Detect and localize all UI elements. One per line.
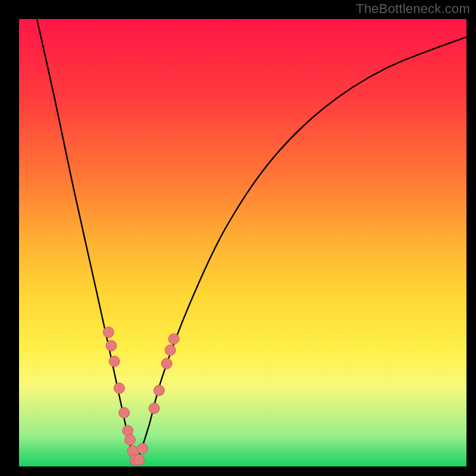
highlight-dot (134, 455, 145, 465)
bottleneck-curve-path (37, 19, 466, 462)
highlight-dot (106, 340, 117, 351)
plot-area (19, 19, 466, 466)
chart-frame: TheBottleneck.com (0, 0, 476, 476)
highlight-dot (168, 334, 179, 345)
highlight-dots-group (103, 327, 179, 465)
highlight-dot (124, 434, 135, 445)
curve-layer (19, 19, 466, 466)
highlight-dot (161, 358, 172, 369)
highlight-dot (119, 408, 130, 418)
highlight-dot (149, 403, 159, 414)
highlight-dot (137, 443, 148, 454)
highlight-dot (165, 345, 176, 355)
highlight-dot (103, 327, 114, 337)
watermark-text: TheBottleneck.com (356, 1, 470, 17)
highlight-dot (109, 356, 120, 367)
highlight-dot (154, 385, 164, 396)
highlight-dot (114, 383, 124, 393)
